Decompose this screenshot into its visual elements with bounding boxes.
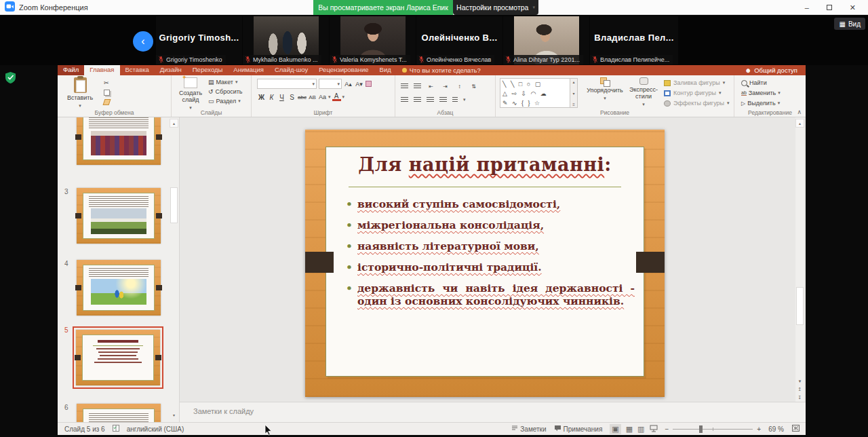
font-name-select[interactable]: ▾ — [257, 79, 317, 89]
bold-button[interactable]: Ж — [257, 94, 266, 101]
justify-button[interactable] — [439, 94, 447, 106]
tab-transitions[interactable]: Переходы — [187, 65, 229, 75]
font-size-select[interactable]: ▾ — [319, 79, 342, 89]
gallery-view-button[interactable]: ▦ Вид — [834, 18, 865, 30]
previous-slide-button[interactable]: ↥ — [798, 387, 802, 392]
maximize-button[interactable] — [827, 5, 832, 10]
tab-file[interactable]: Файл — [58, 65, 84, 75]
shape-effects-button[interactable]: Эффекты фигуры▾ — [664, 100, 730, 107]
notes-toggle[interactable]: Заметки — [511, 425, 546, 433]
notes-pane[interactable]: Заметки к слайду — [180, 402, 806, 422]
italic-button[interactable]: К — [267, 94, 276, 101]
slide-number: 3 — [64, 188, 68, 195]
tab-home[interactable]: Главная — [84, 65, 119, 75]
bullets-button[interactable] — [401, 80, 408, 92]
numbering-button[interactable] — [414, 80, 421, 92]
minimize-button[interactable]: – — [805, 3, 809, 12]
scrollbar-thumb[interactable] — [170, 187, 178, 223]
tab-slideshow[interactable]: Слайд-шоу — [269, 65, 313, 75]
section-button[interactable]: ▭Раздел▾ — [208, 98, 243, 104]
copy-button[interactable] — [104, 90, 110, 96]
quick-styles-button[interactable]: Экспресс-стили ▾ — [626, 77, 661, 108]
columns-button[interactable] — [452, 94, 458, 106]
shape-fill-button[interactable]: Заливка фигуры▾ — [664, 79, 730, 86]
comments-toggle[interactable]: Примечания — [554, 425, 603, 433]
slide-thumbnail-4[interactable]: 4 — [77, 260, 161, 316]
reading-view-button[interactable]: ▥ — [637, 425, 644, 434]
tab-insert[interactable]: Вставка — [120, 65, 155, 75]
text-shadow-button[interactable]: S — [288, 94, 296, 101]
shapes-gallery-scrollbar[interactable]: ▴▾≡ — [570, 78, 578, 108]
shrink-font-button[interactable]: А▾ — [355, 81, 363, 88]
slide-sorter-view-button[interactable]: ▦ — [626, 425, 633, 434]
align-right-button[interactable] — [427, 94, 434, 106]
select-button[interactable]: ▷Выделить▾ — [741, 100, 781, 107]
find-button[interactable]: Найти — [741, 79, 781, 86]
shape-outline-button[interactable]: Контур фигуры▾ — [664, 90, 730, 96]
close-button[interactable]: ✕ — [850, 3, 856, 12]
normal-view-button[interactable]: ▣ — [610, 424, 620, 434]
reset-button[interactable]: ↺Сбросить — [208, 88, 243, 95]
increase-indent-button[interactable]: ⇥ — [441, 83, 450, 90]
replace-button[interactable]: abЗаменить▾ — [741, 90, 781, 96]
next-slide-button[interactable]: ↧ — [798, 395, 802, 400]
arrange-button[interactable]: Упорядочить ▾ — [585, 77, 625, 102]
zoom-level[interactable]: 69 % — [768, 425, 784, 433]
participant-tile[interactable]: Mykhailo Bakumenko ... — [243, 16, 329, 64]
grow-font-button[interactable]: А▴ — [344, 81, 353, 88]
new-slide-button[interactable]: Создать слайд ▾ — [176, 77, 205, 111]
layout-button[interactable]: ▤Макет▾ — [208, 79, 243, 86]
paste-icon — [74, 77, 87, 93]
format-painter-button[interactable] — [104, 99, 110, 105]
participant-tile[interactable]: Valeria Komyshenets T... — [330, 16, 416, 64]
ribbon: Вставить ▾ ✂ Буфер обмена Создать слайд … — [58, 75, 806, 117]
slide-thumbnail-2[interactable] — [77, 117, 161, 165]
participant-tile[interactable]: Владислав Пел... Владислав Пелипейче... — [590, 16, 678, 64]
canvas-scrollbar[interactable]: ▴ ▾ ↥ ↧ — [795, 117, 804, 402]
zoom-track[interactable] — [673, 429, 753, 430]
spellcheck-icon[interactable] — [112, 424, 120, 434]
decrease-indent-button[interactable]: ⇤ — [427, 83, 435, 90]
strikethrough-button[interactable]: abc — [298, 94, 307, 100]
slideshow-view-button[interactable] — [650, 425, 658, 434]
participant-tile[interactable]: Олейніченко В... Олейніченко Вячеслав — [416, 16, 502, 64]
viewing-screen-banner: Вы просматриваете экран Лариса Епик — [313, 0, 453, 15]
zoom-in-button[interactable]: + — [757, 425, 761, 433]
scroll-down-icon[interactable]: ▾ — [799, 379, 802, 384]
view-settings-dropdown[interactable]: Настройки просмотра ▾ — [453, 0, 538, 15]
char-spacing-button[interactable]: АВ — [308, 94, 317, 100]
fit-to-window-icon[interactable] — [791, 424, 800, 434]
tab-review[interactable]: Рецензирование — [313, 65, 374, 75]
current-slide[interactable]: Для націй притаманні: високий ступінь са… — [305, 130, 665, 397]
text-direction-button[interactable]: ⇅ — [469, 83, 478, 90]
align-left-button[interactable] — [401, 94, 408, 106]
share-button[interactable]: ☻Общий доступ — [736, 65, 806, 75]
participant-tile[interactable]: Grigoriy Timosh... Grigoriy Timoshenko — [156, 16, 242, 64]
zoom-slider[interactable]: − + — [665, 425, 762, 433]
scroll-up-icon[interactable]: ▴ — [795, 119, 804, 128]
change-case-button[interactable]: Аа — [318, 94, 327, 100]
shapes-gallery[interactable]: ╲ ╲ □ ○ ▢ △ ⇨ ⇩ ◠ ☁ ✎ ∿ { } ☆ — [500, 78, 570, 108]
participant-tile[interactable]: Alina Dihtyar Typ 2201... — [503, 16, 589, 64]
thumbnail-scrollbar[interactable]: ▴ ▾ — [170, 117, 178, 422]
cut-button[interactable]: ✂ — [104, 79, 110, 86]
underline-button[interactable]: Ч — [277, 94, 286, 101]
tab-view[interactable]: Вид — [374, 65, 397, 75]
font-color-button[interactable]: А — [332, 93, 341, 101]
zoom-out-button[interactable]: − — [665, 425, 669, 433]
tell-me-box[interactable]: Что вы хотите сделать? — [397, 65, 486, 75]
collapse-strip-button[interactable]: ‹ — [133, 31, 153, 52]
clear-format-icon[interactable] — [366, 81, 372, 87]
scroll-up-icon[interactable]: ▴ — [170, 119, 178, 128]
collapse-ribbon-button[interactable]: ∧ — [797, 109, 802, 115]
scroll-down-icon[interactable]: ▾ — [170, 411, 178, 420]
scrollbar-thumb[interactable] — [796, 287, 804, 325]
line-spacing-button[interactable]: ↕ — [455, 83, 464, 90]
tab-animations[interactable]: Анимация — [228, 65, 269, 75]
zoom-slider-thumb[interactable] — [699, 425, 703, 433]
align-center-button[interactable] — [414, 94, 421, 106]
slide-thumbnail-3[interactable]: 3 — [77, 188, 161, 244]
slide-thumbnail-6[interactable]: 6 — [77, 404, 161, 422]
language-indicator[interactable]: английский (США) — [127, 425, 184, 433]
paste-button[interactable]: Вставить ▾ — [67, 77, 93, 109]
